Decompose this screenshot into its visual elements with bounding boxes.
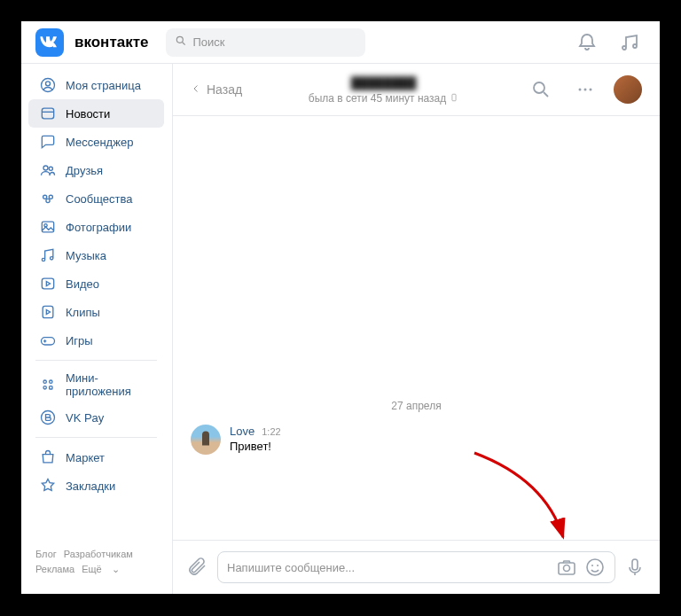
back-button[interactable]: Назад — [191, 82, 242, 97]
camera-icon[interactable] — [556, 557, 577, 578]
sidebar-item-groups[interactable]: Сообщества — [28, 184, 164, 213]
more-icon[interactable] — [575, 79, 596, 100]
svg-point-7 — [49, 167, 52, 170]
sidebar-item-label: VK Pay — [66, 411, 104, 425]
games-icon — [39, 331, 57, 349]
user-icon — [39, 76, 57, 94]
footer-links: БлогРазработчикам РекламаЕщё ⌄ — [25, 538, 168, 587]
sidebar-item-label: Друзья — [66, 164, 103, 177]
svg-point-0 — [177, 36, 184, 43]
message-composer: Напишите сообщение... — [173, 540, 660, 594]
sidebar-item-label: Мини-приложения — [66, 371, 153, 398]
sidebar-item-video[interactable]: Видео — [28, 269, 164, 298]
market-icon — [39, 448, 57, 466]
svg-point-9 — [49, 195, 52, 199]
sidebar-item-label: Маркет — [66, 451, 105, 464]
vk-logo[interactable] — [35, 28, 64, 57]
chat-header: Назад ████████ была в сети 45 минут наза… — [173, 64, 660, 116]
sidebar-item-label: Моя страница — [66, 79, 141, 92]
emoji-icon[interactable] — [584, 557, 606, 578]
message-input[interactable]: Напишите сообщение... — [217, 551, 615, 583]
nav-divider — [35, 360, 157, 361]
brand-name: вконтакте — [74, 34, 148, 51]
sidebar-item-news[interactable]: Новости — [28, 99, 164, 128]
sidebar-item-photos[interactable]: Фотографии — [28, 213, 164, 241]
bookmark-icon — [39, 477, 57, 495]
sidebar-item-vkpay[interactable]: VK Pay — [28, 403, 164, 432]
sidebar-item-clips[interactable]: Клипы — [28, 298, 164, 326]
chat-contact-name[interactable]: ████████ — [351, 76, 417, 90]
miniapps-icon — [39, 376, 57, 394]
sidebar-item-label: Новости — [66, 107, 110, 121]
svg-point-3 — [46, 82, 51, 86]
sidebar-item-label: Закладки — [66, 480, 115, 493]
sender-avatar[interactable] — [191, 425, 221, 455]
sidebar-item-messenger[interactable]: Мессенджер — [28, 128, 164, 156]
attach-icon[interactable] — [187, 557, 208, 578]
sidebar-item-market[interactable]: Маркет — [28, 443, 164, 472]
search-placeholder: Поиск — [192, 35, 224, 49]
sidebar-item-label: Сообщества — [66, 192, 133, 206]
sidebar-item-friends[interactable]: Друзья — [28, 156, 164, 184]
svg-point-6 — [43, 166, 48, 170]
message-row: Love 1:22 Привет! — [173, 421, 660, 458]
sidebar-item-miniapps[interactable]: Мини-приложения — [28, 366, 164, 403]
news-icon — [39, 105, 57, 122]
groups-icon — [39, 190, 57, 207]
music-note-icon — [39, 246, 57, 264]
svg-point-17 — [50, 380, 52, 383]
svg-rect-19 — [50, 386, 52, 389]
svg-rect-4 — [42, 108, 53, 119]
svg-point-28 — [564, 565, 570, 572]
svg-rect-15 — [42, 338, 55, 345]
search-input[interactable]: Поиск — [166, 28, 365, 57]
nav-divider — [35, 437, 157, 438]
svg-line-23 — [544, 92, 548, 97]
sidebar-item-bookmarks[interactable]: Закладки — [28, 472, 164, 500]
svg-point-8 — [43, 195, 47, 199]
voice-icon[interactable] — [624, 557, 646, 578]
chat-status: была в сети 45 минут назад — [242, 92, 525, 105]
current-user-avatar[interactable] — [614, 75, 642, 104]
top-header: вконтакте Поиск — [21, 21, 660, 64]
sidebar-item-games[interactable]: Игры — [28, 326, 164, 355]
message-time: 1:22 — [262, 426, 280, 437]
vkpay-icon — [39, 409, 57, 426]
message-sender[interactable]: Love — [230, 425, 254, 438]
sidebar-item-label: Музыка — [66, 249, 106, 262]
notifications-icon[interactable] — [576, 32, 598, 53]
message-text: Привет! — [230, 440, 281, 453]
sidebar-item-music[interactable]: Музыка — [28, 241, 164, 269]
svg-point-16 — [43, 380, 46, 383]
svg-line-1 — [183, 43, 185, 45]
footer-more[interactable]: Ещё ⌄ — [82, 564, 127, 574]
svg-rect-14 — [43, 306, 53, 317]
svg-point-25 — [584, 89, 587, 91]
sidebar-item-profile[interactable]: Моя страница — [28, 71, 164, 99]
sidebar: Моя страница Новости Мессенджер Друзья С… — [21, 64, 172, 594]
svg-point-31 — [597, 565, 599, 566]
chevron-down-icon: ⌄ — [112, 564, 120, 574]
date-separator: 27 апреля — [173, 400, 660, 412]
back-label: Назад — [207, 82, 242, 97]
music-icon[interactable] — [619, 32, 640, 53]
svg-point-24 — [579, 89, 582, 91]
sidebar-item-label: Клипы — [66, 306, 100, 319]
sidebar-item-label: Видео — [66, 277, 99, 291]
chevron-left-icon — [191, 82, 201, 97]
friends-icon — [39, 161, 57, 179]
svg-point-22 — [534, 82, 544, 93]
svg-point-10 — [46, 199, 50, 202]
chat-icon — [39, 133, 57, 151]
message-placeholder: Напишите сообщение... — [227, 561, 549, 574]
footer-blog[interactable]: Блог — [35, 549, 57, 559]
video-icon — [39, 275, 57, 292]
annotation-arrow — [466, 444, 581, 540]
svg-rect-13 — [42, 278, 53, 289]
chat-panel: Назад ████████ была в сети 45 минут наза… — [172, 64, 660, 594]
chat-search-icon[interactable] — [530, 79, 552, 100]
svg-point-26 — [590, 89, 592, 91]
footer-ads[interactable]: Реклама — [35, 564, 74, 574]
footer-developers[interactable]: Разработчикам — [64, 549, 133, 559]
photo-icon — [39, 218, 57, 236]
